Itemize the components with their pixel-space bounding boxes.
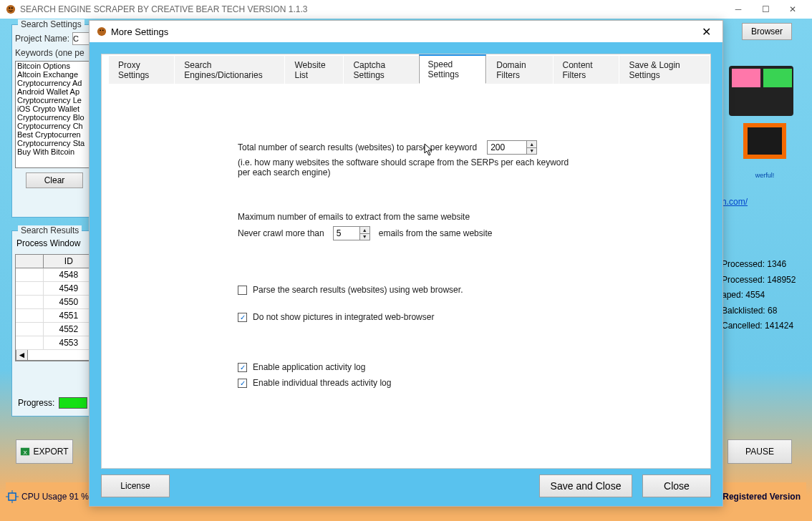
dialog-title: More Settings [111,26,697,37]
keyword-item[interactable]: Android Wallet Ap [16,87,93,96]
spin-up-icon[interactable]: ▲ [359,227,369,234]
app-icon [6,4,16,14]
more-settings-dialog: More Settings ✕ Proxy Settings Search En… [89,20,723,507]
svg-point-19 [102,29,104,31]
site-link[interactable]: h.com/ [722,197,748,207]
window-titlebar: SEARCH ENGINE SCRAPER BY CREATIVE BEAR T… [0,0,812,19]
minimize-button[interactable]: ─ [725,0,752,19]
threadlog-label: Enable individual threads activity log [253,378,391,388]
svg-text:werful!: werful! [755,172,775,179]
svg-point-1 [9,7,10,9]
pause-button[interactable]: PAUSE [728,439,792,464]
maximize-button[interactable]: ☐ [752,0,779,19]
stat-processed-1: Processed: 1346 [722,257,801,273]
logo-image: werful! [722,59,801,188]
stat-blacklisted: Balcklisted: 68 [722,303,801,319]
table-row[interactable]: 4552 [16,323,95,336]
dialog-icon [97,26,107,36]
nopics-checkbox[interactable]: ✓ [238,313,247,322]
search-settings-panel: Search Settings Project Name: Keywords (… [11,24,97,218]
table-row[interactable]: 4549 [16,282,95,296]
table-row[interactable]: 4548 [16,268,95,282]
keyword-item[interactable]: Buy With Bitcoin [16,147,93,156]
search-results-panel: Search Results Process Window ID 4548454… [11,230,97,417]
export-button[interactable]: X EXPORT [16,439,73,464]
keyword-item[interactable]: iOS Crypto Wallet [16,104,93,113]
nopics-label: Do not show pictures in integrated web-b… [253,312,434,322]
scroll-left-icon[interactable]: ◄ [16,350,28,360]
stat-processed-2: Processed: 148952 [722,273,801,288]
svg-rect-9 [748,127,782,155]
keyword-item[interactable]: Cryptocurrency Blo [16,113,93,122]
id-header: ID [44,255,95,268]
keyword-item[interactable]: Cryptocurrency Ch [16,122,93,130]
close-button[interactable]: Close [642,474,711,497]
keyword-item[interactable]: Cryptocurrency Sta [16,139,93,147]
never-crawl-suffix: emails from the same website [379,228,493,238]
applog-label: Enable application activity log [253,362,365,372]
svg-rect-11 [9,493,16,500]
stat-cancelled: Cancelled: 141424 [722,318,801,334]
keyword-item[interactable]: Bitcoin Options [16,62,93,70]
stat-scraped: aped: 4554 [722,288,801,303]
max-emails-label: Maximum number of emails to extract from… [238,212,574,222]
keyword-item[interactable]: Best Cryptocurren [16,130,93,139]
svg-point-2 [11,7,13,9]
parse-checkbox[interactable] [238,286,247,295]
browser-button[interactable]: Browser [742,23,792,40]
search-results-title: Search Results [18,225,82,235]
dialog-close-icon[interactable]: ✕ [697,24,715,40]
svg-text:X: X [24,449,28,456]
svg-point-0 [6,5,15,14]
close-button[interactable]: ✕ [779,0,806,19]
table-row[interactable]: 4551 [16,309,95,323]
progress-bar [59,397,87,409]
table-row[interactable]: 4550 [16,296,95,309]
total-results-label: Total number of search results (websites… [238,142,477,152]
total-results-hint: (i.e. how many websites the software sho… [238,157,574,177]
speed-settings-content: Total number of search results (websites… [102,73,710,468]
save-close-button[interactable]: Save and Close [539,474,632,497]
window-title: SEARCH ENGINE SCRAPER BY CREATIVE BEAR T… [20,4,725,14]
spin-up-icon[interactable]: ▲ [526,141,536,148]
parse-label: Parse the search results (websites) usin… [253,285,463,295]
cpu-usage: CPU Usage 91 % [21,492,89,502]
svg-point-18 [100,29,101,31]
table-row[interactable]: 4553 [16,336,95,350]
applog-checkbox[interactable]: ✓ [238,363,247,372]
progress-label: Progress: [18,398,54,408]
keywords-label: Keywords (one pe [15,48,84,58]
keyword-item[interactable]: Cryptocurrency Le [16,96,93,104]
results-table[interactable]: ID 454845494550455145524553 ◄ [15,254,95,361]
project-name-input[interactable] [72,32,90,45]
search-settings-title: Search Settings [18,19,84,29]
threadlog-checkbox[interactable]: ✓ [238,379,247,388]
stats-block: Processed: 1346 Processed: 148952 aped: … [722,257,801,334]
never-crawl-label: Never crawl more than [238,228,324,238]
cpu-icon [6,490,19,503]
total-results-input[interactable]: ▲▼ [487,140,537,155]
svg-rect-7 [763,69,792,87]
license-button[interactable]: License [101,474,170,497]
keywords-list[interactable]: Bitcoin OptionsAltcoin ExchangeCryptocur… [15,61,94,168]
keyword-item[interactable]: Cryptocurrency Ad [16,79,93,87]
svg-rect-6 [732,69,760,87]
project-label: Project Name: [15,34,69,44]
never-crawl-input[interactable]: ▲▼ [333,226,370,240]
excel-icon: X [20,447,30,457]
spin-down-icon[interactable]: ▼ [526,148,536,155]
svg-point-17 [97,27,106,36]
keyword-item[interactable]: Altcoin Exchange [16,70,93,79]
spin-down-icon[interactable]: ▼ [359,234,369,240]
registered-label: Registered Version [722,492,801,502]
clear-button[interactable]: Clear [26,172,83,188]
